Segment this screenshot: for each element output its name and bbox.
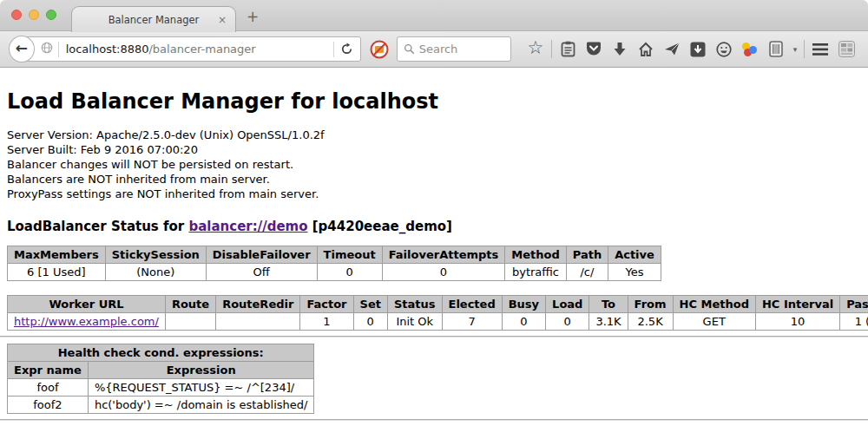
tab-groups-grid-icon[interactable]	[833, 38, 859, 61]
proxypass-notice-line: ProxyPass settings are NOT inherited fro…	[7, 187, 861, 201]
cell-expression-foof: %{REQUEST_STATUS} =~ /^[234]/	[88, 379, 314, 397]
url-path: /balancer-manager	[148, 43, 255, 56]
cell-stickysession: (None)	[105, 264, 206, 281]
worker-url-link[interactable]: http://www.example.com/	[14, 315, 159, 328]
bookmark-star-icon[interactable]: ☆	[523, 38, 549, 61]
col-maxmembers: MaxMembers	[8, 246, 106, 264]
col-from: From	[628, 296, 673, 313]
worker-status-table: Worker URL Route RouteRedir Factor Set S…	[7, 295, 868, 331]
pocket-icon[interactable]	[581, 38, 607, 61]
home-icon[interactable]	[633, 38, 659, 61]
persist-notice-line: Balancer changes will NOT be persisted o…	[7, 157, 861, 172]
cell-expression-foof2: hc('body') =~ /domain is established/	[88, 397, 314, 414]
status-suffix: [p4420eeae_demo]	[308, 219, 452, 234]
cell-worker-url: http://www.example.com/	[8, 313, 166, 331]
cell-active: Yes	[608, 264, 661, 281]
cell-timeout: 0	[317, 264, 382, 281]
col-expr-name: Expr name	[8, 362, 89, 379]
clipboard-icon[interactable]	[555, 38, 581, 61]
plugin-block-icon[interactable]	[370, 40, 389, 59]
health-table-title: Health check cond. expressions:	[8, 344, 314, 362]
col-expression: Expression	[88, 362, 314, 379]
back-button[interactable]: ←	[9, 36, 35, 62]
col-passes: Passes	[840, 296, 868, 313]
cell-to: 3.1K	[589, 313, 628, 331]
cell-routeredir	[216, 313, 300, 331]
colored-dots-extension-icon[interactable]	[737, 38, 763, 61]
navigation-toolbar: ← localhost:8880 /balancer-manager ☆	[0, 31, 868, 68]
tab-title: Balancer Manager	[108, 14, 200, 26]
search-icon	[404, 43, 415, 55]
worker-values-row: http://www.example.com/ 1 0 Init Ok 7 0 …	[8, 313, 868, 331]
col-route: Route	[165, 296, 215, 313]
feedback-smiley-icon[interactable]	[711, 38, 737, 61]
cell-busy: 0	[502, 313, 545, 331]
chevron-down-icon[interactable]: ▾	[789, 38, 801, 61]
cell-hc-interval: 10	[755, 313, 839, 331]
balancer-demo-link[interactable]: balancer://demo	[188, 219, 307, 234]
cell-elected: 7	[442, 313, 502, 331]
cell-route	[165, 313, 215, 331]
col-active: Active	[608, 246, 661, 264]
url-divider	[58, 42, 59, 57]
col-hc-interval: HC Interval	[755, 296, 839, 313]
zoom-window-button[interactable]	[46, 10, 56, 20]
tab-balancer-manager[interactable]: Balancer Manager ×	[71, 6, 236, 32]
col-failoverattempts: FailoverAttempts	[382, 246, 505, 264]
toolbar-divider	[551, 40, 552, 58]
inherit-notice-line: Balancers are NOT inherited from main se…	[7, 172, 861, 187]
col-worker-url: Worker URL	[8, 296, 166, 313]
col-to: To	[589, 296, 628, 313]
col-path: Path	[566, 246, 608, 264]
cell-load: 0	[546, 313, 589, 331]
balancer-settings-table: MaxMembers StickySession DisableFailover…	[7, 246, 661, 281]
col-busy: Busy	[502, 296, 545, 313]
col-routeredir: RouteRedir	[216, 296, 300, 313]
col-hc-method: HC Method	[673, 296, 755, 313]
page-content: Load Balancer Manager for localhost Serv…	[0, 68, 868, 421]
download-panel-icon[interactable]	[685, 38, 711, 61]
col-set: Set	[353, 296, 387, 313]
cell-disablefailover: Off	[206, 264, 317, 281]
status-prefix: LoadBalancer Status for	[7, 219, 188, 234]
cell-status: Init Ok	[387, 313, 442, 331]
notebook-extension-icon[interactable]	[763, 38, 789, 61]
health-row-foof2: foof2 hc('body') =~ /domain is establish…	[8, 397, 314, 414]
server-info: Server Version: Apache/2.5.0-dev (Unix) …	[7, 128, 861, 201]
page-bottom-divider	[0, 419, 868, 421]
send-plane-icon[interactable]	[659, 38, 685, 61]
download-arrow-icon[interactable]	[607, 38, 633, 61]
menu-hamburger-icon[interactable]	[807, 38, 833, 61]
close-window-button[interactable]	[11, 10, 22, 20]
back-arrow-icon: ←	[16, 41, 28, 56]
url-bar[interactable]: localhost:8880 /balancer-manager	[21, 36, 361, 62]
new-tab-button[interactable]: +	[247, 8, 259, 25]
minimize-window-button[interactable]	[29, 10, 39, 20]
page-title: Load Balancer Manager for localhost	[7, 68, 861, 114]
col-stickysession: StickySession	[105, 246, 206, 264]
server-built-line: Server Built: Feb 9 2016 07:00:20	[7, 142, 861, 157]
health-header-row: Expr name Expression	[8, 362, 314, 379]
search-input[interactable]	[419, 43, 504, 56]
col-disablefailover: DisableFailover	[206, 246, 317, 264]
search-bar[interactable]	[397, 36, 511, 62]
reload-icon[interactable]	[340, 43, 353, 56]
toolbar-icons: ☆	[523, 38, 859, 61]
cell-from: 2.5K	[628, 313, 673, 331]
worker-header-row: Worker URL Route RouteRedir Factor Set S…	[8, 296, 868, 313]
loadbalancer-status-heading: LoadBalancer Status for balancer://demo …	[7, 219, 861, 234]
tab-close-icon[interactable]: ×	[218, 14, 227, 26]
toolbar-divider	[804, 40, 805, 58]
cell-passes: 1 (0)	[840, 313, 868, 331]
col-method: Method	[505, 246, 566, 264]
balancer-values-row: 6 [1 Used] (None) Off 0 0 bytraffic /c/ …	[8, 264, 661, 281]
col-load: Load	[546, 296, 589, 313]
health-row-foof: foof %{REQUEST_STATUS} =~ /^[234]/	[8, 379, 314, 397]
site-identity-globe-icon[interactable]	[41, 42, 53, 56]
cell-maxmembers: 6 [1 Used]	[8, 264, 106, 281]
cell-method: bytraffic	[505, 264, 566, 281]
health-check-expressions-table: Health check cond. expressions: Expr nam…	[7, 344, 314, 414]
reload-divider	[333, 42, 334, 57]
col-elected: Elected	[442, 296, 502, 313]
cell-factor: 1	[300, 313, 353, 331]
